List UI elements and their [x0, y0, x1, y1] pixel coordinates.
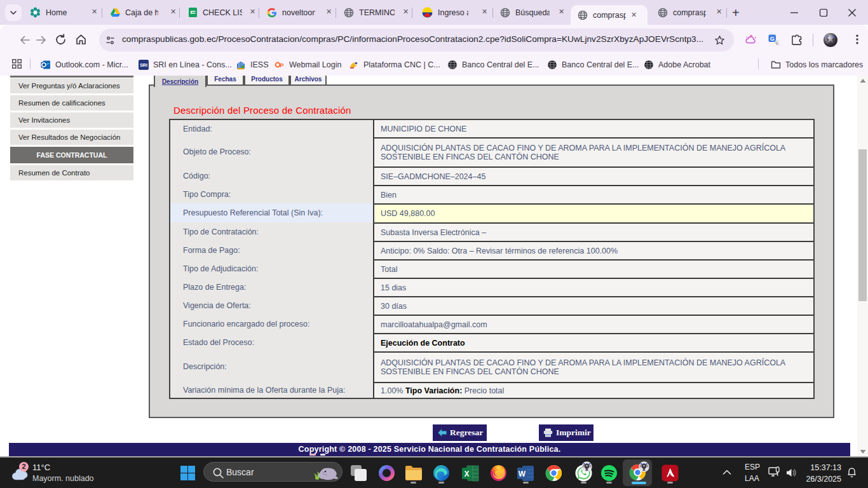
svg-text:X: X	[464, 470, 469, 478]
svg-text:P: P	[280, 62, 284, 69]
svg-text:G: G	[770, 36, 775, 42]
svg-text:W: W	[519, 470, 526, 478]
svg-text:SRI: SRI	[140, 63, 147, 67]
